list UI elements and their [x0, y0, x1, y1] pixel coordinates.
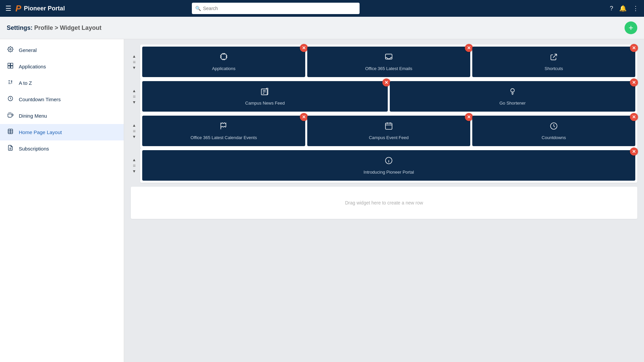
row-controls-1: ▲ ≡ ▼	[131, 54, 138, 70]
search-input[interactable]	[203, 6, 356, 11]
dining-menu-icon	[7, 112, 14, 120]
nav-actions: ? 🔔 ⋮	[610, 5, 639, 12]
app-logo: P Pioneer Portal	[15, 3, 65, 14]
widget-label-w1: Applications	[212, 66, 235, 71]
svg-rect-2	[11, 63, 13, 66]
row-move-down-2[interactable]: ▼	[132, 100, 137, 105]
widget-remove-w3[interactable]: ✕	[630, 44, 638, 52]
row-move-down-4[interactable]: ▼	[132, 169, 137, 174]
row-move-up-1[interactable]: ▲	[132, 54, 137, 59]
widget-remove-w7[interactable]: ✕	[465, 113, 473, 121]
sidebar-item-countdown-timers[interactable]: Countdown Timers	[0, 91, 124, 108]
widget-card-w4[interactable]: ✕ Campus News Feed	[142, 81, 388, 112]
search-box[interactable]: 🔍	[192, 3, 360, 14]
row-move-up-2[interactable]: ▲	[132, 88, 137, 93]
widget-card-w2[interactable]: ✕ Office 365 Latest Emails	[307, 47, 470, 77]
widget-label-w9: Introducing Pioneer Portal	[364, 170, 414, 175]
widget-label-w8: Countdowns	[542, 135, 566, 140]
widget-label-w2: Office 365 Latest Emails	[365, 66, 413, 71]
widget-card-w9[interactable]: ✕ Introducing Pioneer Portal	[142, 150, 635, 181]
sidebar-item-dining-menu[interactable]: Dining Menu	[0, 108, 124, 124]
sidebar-item-label: Applications	[19, 64, 46, 69]
widget-icon-w3	[549, 53, 558, 63]
subscriptions-icon	[7, 145, 14, 153]
widget-label-w6: Office 365 Latest Calendar Events	[191, 135, 257, 140]
widget-icon-w1	[219, 53, 228, 63]
sidebar-item-label: Countdown Timers	[19, 97, 61, 102]
sidebar-item-label: Home Page Layout	[19, 129, 62, 135]
svg-rect-1	[8, 63, 10, 66]
logo-letter: P	[15, 3, 21, 14]
drag-zone-text: Drag widget here to create a new row	[345, 200, 423, 205]
sidebar-item-general[interactable]: General	[0, 42, 124, 58]
widget-icon-w7	[384, 122, 393, 132]
widget-label-w7: Campus Event Feed	[369, 135, 409, 140]
widget-label-w5: Go Shortener	[499, 101, 526, 106]
svg-rect-19	[385, 54, 392, 59]
row-handle-1[interactable]: ≡	[133, 59, 136, 65]
breadcrumb-bar: Settings: Profile > Widget Layout +	[0, 17, 644, 39]
widget-row-wrapper-4: ▲ ≡ ▼ ✕ Introducing Pioneer Portal	[131, 148, 637, 183]
row-handle-2[interactable]: ≡	[133, 94, 136, 99]
widget-label-w4: Campus News Feed	[245, 101, 285, 106]
top-navigation: ☰ P Pioneer Portal 🔍 ? 🔔 ⋮	[0, 0, 644, 17]
bell-icon[interactable]: 🔔	[619, 5, 627, 12]
widget-remove-w5[interactable]: ✕	[630, 78, 638, 86]
sidebar-item-a-to-z[interactable]: A to Z	[0, 75, 124, 91]
row-controls-2: ▲ ≡ ▼	[131, 88, 138, 105]
widget-remove-w6[interactable]: ✕	[300, 113, 308, 121]
breadcrumb: Settings: Profile > Widget Layout	[7, 24, 101, 32]
widget-icon-w2	[384, 53, 393, 63]
row-handle-3[interactable]: ≡	[133, 128, 136, 134]
sidebar-item-label: Dining Menu	[19, 113, 47, 119]
widget-remove-w9[interactable]: ✕	[630, 147, 638, 156]
sidebar-item-label: General	[19, 47, 37, 53]
widget-remove-w8[interactable]: ✕	[630, 113, 638, 121]
widget-row-1: ✕ Applications ✕ Office 365 Latest Email…	[140, 45, 637, 79]
widget-icon-w6	[219, 122, 228, 132]
row-move-up-4[interactable]: ▲	[132, 158, 137, 162]
sidebar-item-label: A to Z	[19, 80, 32, 86]
hamburger-icon[interactable]: ☰	[5, 4, 11, 12]
widget-icon-w8	[549, 122, 558, 132]
widget-icon-w4	[261, 87, 269, 98]
widget-card-w1[interactable]: ✕ Applications	[142, 47, 305, 77]
main-layout: General Applications A to Z Countdown Ti…	[0, 39, 644, 362]
widget-row-wrapper-1: ▲ ≡ ▼ ✕ Applications ✕ Office 365 Latest…	[131, 45, 637, 79]
widget-row-wrapper-3: ▲ ≡ ▼ ✕ Office 365 Latest Calendar Event…	[131, 114, 637, 148]
svg-rect-3	[8, 66, 10, 68]
widget-card-w5[interactable]: ✕ Go Shortener	[390, 81, 635, 112]
drag-zone: Drag widget here to create a new row	[131, 187, 637, 219]
svg-rect-4	[11, 66, 13, 68]
home-page-layout-icon	[7, 128, 14, 136]
widget-row-wrapper-2: ▲ ≡ ▼ ✕ Campus News Feed ✕ Go Shortener	[131, 79, 637, 114]
add-widget-button[interactable]: +	[625, 21, 637, 34]
svg-rect-25	[385, 123, 392, 129]
widget-remove-w4[interactable]: ✕	[382, 78, 390, 86]
widget-remove-w1[interactable]: ✕	[300, 44, 308, 52]
app-title: Pioneer Portal	[24, 5, 65, 12]
widget-remove-w2[interactable]: ✕	[465, 44, 473, 52]
row-handle-4[interactable]: ≡	[133, 163, 136, 168]
content-area: ▲ ≡ ▼ ✕ Applications ✕ Office 365 Latest…	[124, 39, 644, 362]
widget-label-w3: Shortcuts	[545, 66, 563, 71]
row-move-down-3[interactable]: ▼	[132, 134, 137, 139]
sidebar-item-applications[interactable]: Applications	[0, 58, 124, 75]
widget-row-4: ✕ Introducing Pioneer Portal	[140, 148, 637, 183]
sidebar-item-home-page-layout[interactable]: Home Page Layout	[0, 124, 124, 140]
widget-card-w7[interactable]: ✕ Campus Event Feed	[307, 116, 470, 146]
sidebar-item-label: Subscriptions	[19, 146, 49, 152]
help-icon[interactable]: ?	[610, 5, 613, 12]
sidebar-item-subscriptions[interactable]: Subscriptions	[0, 140, 124, 157]
widget-card-w3[interactable]: ✕ Shortcuts	[472, 47, 635, 77]
more-icon[interactable]: ⋮	[633, 5, 639, 12]
general-icon	[7, 46, 14, 54]
widget-card-w6[interactable]: ✕ Office 365 Latest Calendar Events	[142, 116, 305, 146]
widget-icon-w5	[508, 87, 517, 98]
widget-card-w8[interactable]: ✕ Countdowns	[472, 116, 635, 146]
widget-row-3: ✕ Office 365 Latest Calendar Events ✕ Ca…	[140, 114, 637, 148]
search-icon: 🔍	[195, 6, 201, 11]
row-move-down-1[interactable]: ▼	[132, 65, 137, 70]
row-move-up-3[interactable]: ▲	[132, 123, 137, 128]
a-to-z-icon	[7, 79, 14, 87]
